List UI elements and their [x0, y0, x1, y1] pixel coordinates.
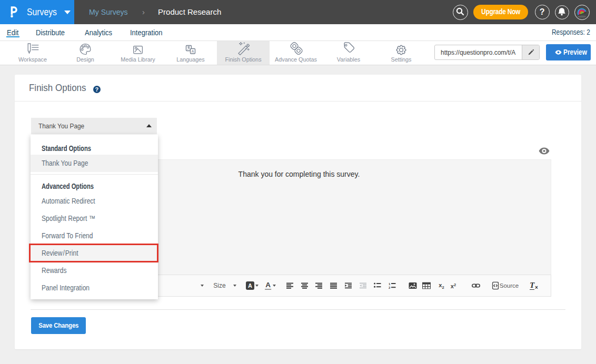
svg-text:2: 2: [389, 286, 391, 289]
svg-text:1: 1: [389, 282, 391, 286]
svg-text:A: A: [192, 49, 194, 53]
